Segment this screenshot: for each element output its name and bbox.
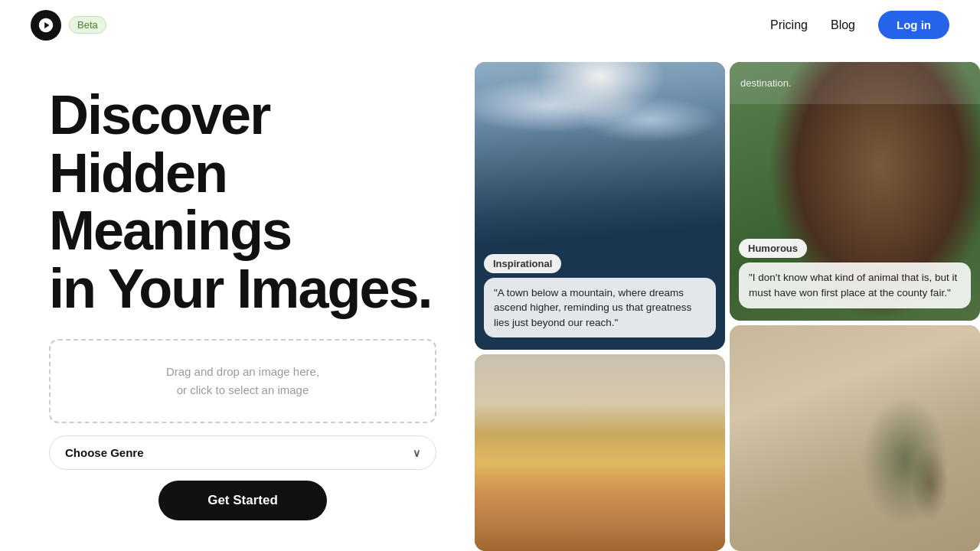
room-card — [730, 325, 980, 551]
get-started-button[interactable]: Get Started — [158, 481, 327, 520]
beta-badge: Beta — [69, 16, 106, 34]
mountain-town-card: Inspirational "A town below a mountain, … — [475, 62, 725, 350]
card1-genre-pill: Inspirational — [484, 254, 561, 273]
room-detail — [730, 325, 980, 551]
pricing-link[interactable]: Pricing — [770, 18, 808, 32]
upload-hint: Drag and drop an image here, or click to… — [166, 363, 319, 399]
street-bg — [475, 354, 725, 551]
logo-svg — [38, 17, 54, 34]
logo-icon — [31, 10, 61, 41]
right-panel: Inspirational "A town below a mountain, … — [475, 50, 980, 551]
chevron-down-icon: ∨ — [413, 447, 420, 459]
image-column-1: Inspirational "A town below a mountain, … — [475, 62, 725, 551]
navbar: Beta Pricing Blog Log in — [0, 0, 980, 50]
left-panel: Discover Hidden Meanings in Your Images.… — [0, 50, 475, 551]
page-content: Discover Hidden Meanings in Your Images.… — [0, 0, 980, 551]
genre-select-dropdown[interactable]: Choose Genre ∨ — [49, 435, 436, 470]
street-card — [475, 354, 725, 551]
card3-genre-pill: Humorous — [739, 239, 807, 258]
nav-links: Pricing Blog Log in — [770, 11, 949, 39]
card3-caption-bubble: "I don't know what kind of animal that i… — [739, 262, 971, 308]
genre-select-label: Choose Genre — [65, 446, 144, 459]
image-column-2: destination. Humorous "I don't know what… — [730, 62, 980, 551]
card1-caption-bubble: "A town below a mountain, where dreams a… — [484, 278, 716, 338]
upload-zone[interactable]: Drag and drop an image here, or click to… — [49, 339, 436, 423]
sheep-card: destination. Humorous "I don't know what… — [730, 62, 980, 321]
blog-link[interactable]: Blog — [831, 18, 855, 32]
card1-caption-overlay: Inspirational "A town below a mountain, … — [484, 254, 716, 338]
login-button[interactable]: Log in — [878, 11, 949, 39]
card3-top-partial: destination. — [730, 62, 980, 104]
card3-caption-overlay: Humorous "I don't know what kind of anim… — [739, 239, 971, 308]
partial-destination-text: destination. — [740, 77, 792, 89]
hero-title: Discover Hidden Meanings in Your Images. — [49, 86, 436, 318]
logo-area: Beta — [31, 10, 106, 41]
